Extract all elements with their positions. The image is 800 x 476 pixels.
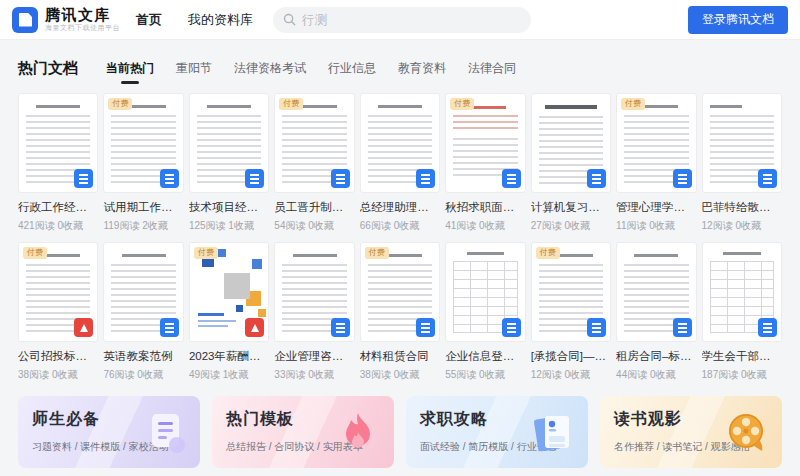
document-title: 总经理助理工作... (360, 200, 440, 215)
section-title: 热门文档 (18, 58, 78, 78)
search-icon (283, 13, 296, 26)
document-title: 计算机复习资料 (531, 200, 611, 215)
document-thumbnail (702, 242, 782, 342)
document-title: 行政工作经验分... (18, 200, 98, 215)
document-thumbnail (702, 93, 782, 193)
document-card[interactable]: 付费 [承揽合同]—加... 12阅读 0收藏 (531, 242, 611, 382)
hot-documents-section-head: 热门文档 当前热门重阳节法律资格考试行业信息教育资料法律合同 (0, 40, 800, 93)
doc-file-icon (673, 169, 692, 188)
document-stats: 38阅读 0收藏 (360, 368, 440, 382)
document-title: 企业管理咨询合同 (274, 349, 354, 364)
category-tab[interactable]: 行业信息 (328, 58, 376, 85)
main-nav: 首页我的资料库 (136, 11, 253, 29)
document-thumbnail (531, 93, 611, 193)
document-thumbnail: 付费 (531, 242, 611, 342)
doc-file-icon (416, 318, 435, 337)
document-card[interactable]: 付费 材料租赁合同 38阅读 0收藏 (360, 242, 440, 382)
document-title: 公司招投标授权... (18, 349, 98, 364)
search-box[interactable] (273, 7, 531, 33)
document-stats: 33阅读 0收藏 (274, 368, 354, 382)
tencent-library-logo[interactable]: 腾讯文库 海量文档下载使用平台 (12, 7, 120, 33)
document-title: 2023年薪酬报告... (189, 349, 269, 364)
document-thumbnail (616, 242, 696, 342)
document-thumbnail: 付费 (189, 242, 269, 342)
document-stats: 187阅读 0收藏 (702, 368, 782, 382)
document-stats: 41阅读 0收藏 (445, 219, 525, 233)
document-stats: 54阅读 0收藏 (274, 219, 354, 233)
document-card[interactable]: 付费 管理心理学—复习... 11阅读 0收藏 (616, 93, 696, 233)
paid-badge: 付费 (365, 247, 389, 259)
document-card[interactable]: 行政工作经验分... 421阅读 0收藏 (18, 93, 98, 233)
paid-badge: 付费 (194, 247, 218, 259)
document-card[interactable]: 付费 2023年薪酬报告... 49阅读 1收藏 (189, 242, 269, 382)
doc-file-icon (587, 169, 606, 188)
document-title: 秋招求职面试技巧 (445, 200, 525, 215)
document-card[interactable]: 付费 公司招投标授权... 38阅读 0收藏 (18, 242, 98, 382)
document-thumbnail: 付费 (616, 93, 696, 193)
document-thumbnail (360, 93, 440, 193)
paid-badge: 付费 (23, 247, 47, 259)
document-thumbnail (189, 93, 269, 193)
document-card[interactable]: 企业信息登记表 55阅读 0收藏 (445, 242, 525, 382)
category-tab[interactable]: 法律资格考试 (234, 58, 306, 85)
document-title: 巴菲特给散户的9... (702, 200, 782, 215)
paid-badge: 付费 (108, 98, 132, 110)
promo-banner[interactable]: 求职攻略 面试经验 / 简历模版 / 行业信息 (406, 396, 588, 468)
nav-item[interactable]: 首页 (136, 11, 162, 29)
search-input[interactable] (302, 13, 521, 27)
document-thumbnail (445, 242, 525, 342)
document-card[interactable]: 租房合同–标准版 44阅读 0收藏 (616, 242, 696, 382)
document-card[interactable]: 付费 员工晋升制度及... 54阅读 0收藏 (274, 93, 354, 233)
doc-file-icon (160, 318, 179, 337)
doc-file-icon (502, 169, 521, 188)
doc-file-icon (74, 169, 93, 188)
login-button[interactable]: 登录腾讯文档 (688, 6, 788, 34)
document-title: [承揽合同]—加... (531, 349, 611, 364)
category-tab[interactable]: 重阳节 (176, 58, 212, 85)
document-title: 管理心理学—复习... (616, 200, 696, 215)
document-stats: 27阅读 0收藏 (531, 219, 611, 233)
doc-file-icon (758, 318, 777, 337)
category-tabs: 当前热门重阳节法律资格考试行业信息教育资料法律合同 (106, 58, 516, 85)
document-card[interactable]: 计算机复习资料 27阅读 0收藏 (531, 93, 611, 233)
nav-item[interactable]: 我的资料库 (188, 11, 253, 29)
document-title: 英语教案范例 (103, 349, 183, 364)
document-card[interactable]: 巴菲特给散户的9... 12阅读 0收藏 (702, 93, 782, 233)
paid-badge: 付费 (279, 98, 303, 110)
promo-banners: 师生必备 习题资料 / 课件模版 / 家校活动 热门模板 总结报告 / 合同协议… (0, 382, 800, 468)
document-stats: 12阅读 0收藏 (531, 368, 611, 382)
doc-file-icon (245, 169, 264, 188)
document-icon (140, 408, 188, 456)
document-stats: 125阅读 1收藏 (189, 219, 269, 233)
document-stats: 76阅读 0收藏 (103, 368, 183, 382)
document-thumbnail (18, 93, 98, 193)
document-card[interactable]: 付费 秋招求职面试技巧 41阅读 0收藏 (445, 93, 525, 233)
document-card[interactable]: 学生会干部竞选... 187阅读 0收藏 (702, 242, 782, 382)
document-stats: 66阅读 0收藏 (360, 219, 440, 233)
document-thumbnail: 付费 (274, 93, 354, 193)
category-tab[interactable]: 当前热门 (106, 58, 154, 85)
top-header: 腾讯文库 海量文档下载使用平台 首页我的资料库 登录腾讯文档 (0, 0, 800, 40)
document-title: 员工晋升制度及... (274, 200, 354, 215)
document-card[interactable]: 英语教案范例 76阅读 0收藏 (103, 242, 183, 382)
document-title: 材料租赁合同 (360, 349, 440, 364)
document-thumbnail (274, 242, 354, 342)
document-stats: 11阅读 0收藏 (616, 219, 696, 233)
doc-file-icon (587, 318, 606, 337)
doc-file-icon (416, 169, 435, 188)
promo-banner[interactable]: 热门模板 总结报告 / 合同协议 / 实用表单 (212, 396, 394, 468)
category-tab[interactable]: 法律合同 (468, 58, 516, 85)
category-tab[interactable]: 教育资料 (398, 58, 446, 85)
logo-tagline: 海量文档下载使用平台 (45, 24, 120, 32)
document-card[interactable]: 企业管理咨询合同 33阅读 0收藏 (274, 242, 354, 382)
resume-icon (528, 408, 576, 456)
document-card[interactable]: 总经理助理工作... 66阅读 0收藏 (360, 93, 440, 233)
promo-banner[interactable]: 读书观影 名作推荐 / 读书笔记 / 观影感悟 (600, 396, 782, 468)
document-stats: 421阅读 0收藏 (18, 219, 98, 233)
promo-banner[interactable]: 师生必备 习题资料 / 课件模版 / 家校活动 (18, 396, 200, 468)
flame-icon (334, 408, 382, 456)
document-title: 试用期工作经验... (103, 200, 183, 215)
pdf-file-icon (74, 318, 93, 337)
document-card[interactable]: 技术项目经理面... 125阅读 1收藏 (189, 93, 269, 233)
document-card[interactable]: 付费 试用期工作经验... 119阅读 2收藏 (103, 93, 183, 233)
